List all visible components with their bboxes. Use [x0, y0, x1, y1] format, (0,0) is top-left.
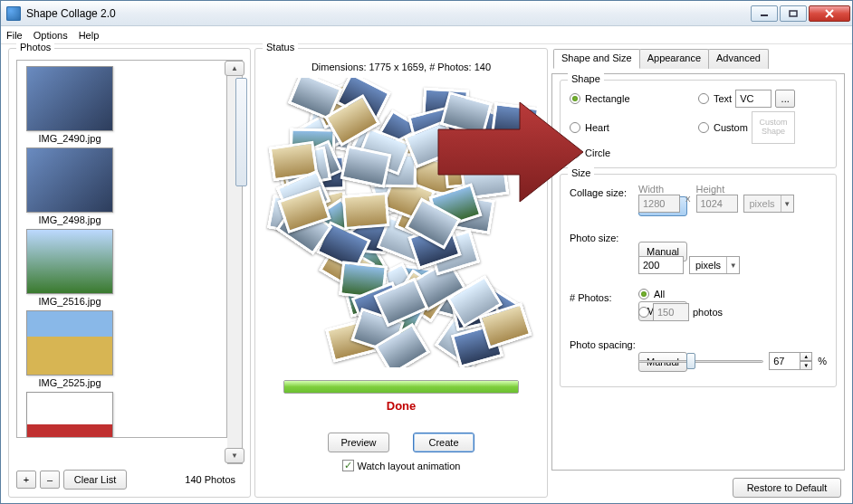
thumbnail-image	[26, 392, 113, 438]
photo-size-unit-text: pixels	[690, 260, 726, 271]
photo-thumbnail[interactable]: IMG_2516.jpg	[23, 229, 117, 307]
collage-unit-text: pixels	[744, 198, 781, 209]
x-separator: x	[685, 193, 691, 204]
preview-button[interactable]: Preview	[328, 433, 389, 452]
photo-list[interactable]: IMG_2490.jpgIMG_2498.jpgIMG_2516.jpgIMG_…	[16, 60, 227, 438]
tab-appearance[interactable]: Appearance	[639, 49, 709, 69]
photo-size-unit-combo[interactable]: pixels▼	[689, 256, 740, 274]
shape-text-input[interactable]	[735, 90, 772, 108]
photos-unit-label: photos	[693, 307, 723, 318]
photo-size-input[interactable]	[638, 256, 684, 274]
shape-heart-radio[interactable]: Heart	[570, 122, 698, 133]
menubar: File Options Help	[1, 26, 852, 44]
photo-thumbnail[interactable]: IMG_2490.jpg	[23, 66, 117, 144]
photos-scrollbar[interactable]: ▲ ▼	[227, 60, 243, 464]
shape-text-radio[interactable]: Text	[698, 93, 732, 104]
photo-thumbnail[interactable]: IMG_2561.jpg	[23, 392, 117, 438]
restore-default-button[interactable]: Restore to Default	[733, 478, 841, 498]
progress-fill	[284, 381, 518, 393]
tab-content: Shape Rectangle Text ... Heart Custom Cu…	[551, 73, 845, 471]
width-caption: Width	[638, 184, 680, 195]
dropdown-arrow-icon: ▼	[726, 257, 739, 273]
shape-group-title: Shape	[568, 73, 604, 84]
photo-size-label: Photo size:	[570, 233, 618, 243]
size-group: Size Collage size: Auto Width x Height p…	[560, 174, 837, 387]
tab-advanced[interactable]: Advanced	[708, 49, 769, 69]
thumbnail-image	[26, 229, 113, 294]
tabs: Shape and Size Appearance Advanced	[553, 48, 845, 68]
watch-animation-checkbox[interactable]	[342, 460, 354, 471]
shape-custom-label: Custom	[714, 122, 748, 133]
scroll-thumb[interactable]	[235, 78, 247, 186]
photo-count: 140 Photos	[185, 474, 243, 485]
shape-text-label: Text	[714, 93, 732, 104]
collage-preview	[265, 78, 537, 367]
settings-column: Shape and Size Appearance Advanced Shape…	[551, 48, 845, 498]
size-group-title: Size	[568, 167, 594, 178]
maximize-button[interactable]	[780, 5, 807, 22]
spacing-spinner[interactable]: ▲▼	[769, 352, 812, 370]
status-text: Done	[387, 399, 417, 413]
minimize-button[interactable]	[751, 5, 778, 22]
scroll-down-button[interactable]: ▼	[225, 448, 244, 463]
spin-up-button[interactable]: ▲	[800, 352, 812, 361]
app-icon	[6, 6, 21, 21]
percent-label: %	[818, 356, 827, 366]
slider-thumb[interactable]	[686, 353, 695, 369]
shape-circle-radio[interactable]: Circle	[570, 147, 698, 158]
window-title: Shape Collage 2.0	[26, 7, 749, 20]
thumbnail-label: IMG_2498.jpg	[38, 214, 101, 225]
photo-thumbnail[interactable]: IMG_2498.jpg	[23, 147, 117, 225]
content: Photos IMG_2490.jpgIMG_2498.jpgIMG_2516.…	[1, 44, 852, 503]
shape-text-browse-button[interactable]: ...	[775, 90, 795, 108]
shape-circle-label: Circle	[585, 147, 610, 158]
progress-bar	[283, 380, 519, 394]
thumbnail-label: IMG_2490.jpg	[38, 133, 101, 144]
spacing-input[interactable]	[769, 352, 800, 370]
menu-help[interactable]: Help	[79, 30, 100, 41]
photos-title: Photos	[16, 42, 54, 52]
menu-options[interactable]: Options	[34, 30, 68, 41]
num-photos-label: # Photos:	[570, 292, 611, 303]
thumbnail-image	[26, 310, 113, 376]
shape-rectangle-label: Rectangle	[585, 93, 630, 104]
shape-heart-label: Heart	[585, 122, 609, 133]
thumbnail-image	[26, 147, 113, 213]
create-button[interactable]: Create	[413, 433, 474, 452]
thumbnail-image	[26, 66, 113, 131]
specific-photos-radio[interactable]	[638, 307, 649, 318]
spacing-slider[interactable]	[638, 352, 763, 370]
status-title: Status	[263, 42, 298, 52]
titlebar: Shape Collage 2.0	[1, 1, 852, 26]
custom-shape-preview[interactable]: Custom Shape	[752, 111, 795, 144]
spin-down-button[interactable]: ▼	[800, 361, 812, 370]
close-button[interactable]	[809, 5, 850, 22]
shape-rectangle-radio[interactable]: Rectangle	[570, 93, 698, 104]
all-photos-radio[interactable]: All	[638, 289, 723, 300]
photo-thumbnail[interactable]: IMG_2525.jpg	[23, 310, 117, 388]
collage-height-input[interactable]	[696, 195, 738, 213]
thumbnail-label: IMG_2525.jpg	[38, 377, 101, 388]
shape-group: Shape Rectangle Text ... Heart Custom Cu…	[560, 80, 837, 168]
thumbnail-label: IMG_2516.jpg	[38, 296, 101, 307]
add-photo-button[interactable]: +	[16, 471, 36, 489]
watch-animation-label: Watch layout animation	[358, 461, 461, 471]
photos-panel: Photos IMG_2490.jpgIMG_2498.jpgIMG_2516.…	[8, 48, 251, 498]
num-photos-input[interactable]	[653, 303, 689, 321]
scroll-up-button[interactable]: ▲	[225, 61, 244, 76]
dropdown-arrow-icon: ▼	[781, 195, 793, 212]
collage-width-input[interactable]	[638, 195, 680, 213]
shape-custom-radio[interactable]: Custom	[698, 122, 748, 133]
dimensions-label: Dimensions: 1775 x 1659, # Photos: 140	[311, 60, 491, 78]
collage-unit-combo[interactable]: pixels▼	[743, 195, 794, 213]
status-panel: Status Dimensions: 1775 x 1659, # Photos…	[254, 48, 548, 498]
clear-list-button[interactable]: Clear List	[63, 470, 127, 490]
collage-size-label: Collage size:	[570, 187, 627, 198]
height-caption: Height	[696, 184, 738, 195]
tab-shape-and-size[interactable]: Shape and Size	[553, 49, 640, 69]
photo-spacing-label: Photo spacing:	[570, 339, 636, 350]
all-photos-label: All	[654, 289, 665, 300]
application-window: Shape Collage 2.0 File Options Help Phot…	[0, 0, 853, 504]
menu-file[interactable]: File	[6, 30, 23, 41]
remove-photo-button[interactable]: –	[40, 471, 60, 489]
